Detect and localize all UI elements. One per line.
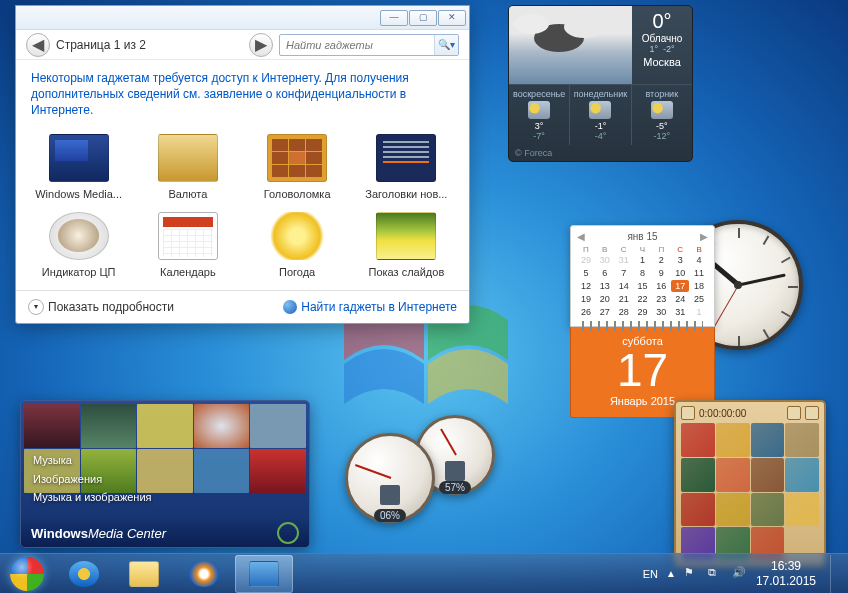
puzzle-tile[interactable]: [751, 493, 785, 527]
calendar-day[interactable]: 18: [690, 280, 708, 292]
cpu-meter-gadget[interactable]: 57% 06%: [345, 415, 515, 530]
search-input[interactable]: [280, 39, 434, 51]
search-button[interactable]: 🔍▾: [434, 35, 458, 55]
calendar-day[interactable]: 21: [615, 293, 633, 305]
calendar-day[interactable]: 22: [634, 293, 652, 305]
taskbar-ie-button[interactable]: [55, 555, 113, 593]
show-details-toggle[interactable]: ▾Показать подробности: [28, 299, 174, 315]
start-button[interactable]: [0, 554, 54, 594]
gadget-cpu[interactable]: Индикатор ЦП: [26, 208, 131, 282]
puzzle-tile[interactable]: [751, 423, 785, 457]
action-center-icon[interactable]: ⚑: [684, 566, 700, 582]
calendar-day[interactable]: 31: [671, 306, 689, 318]
gadget-slideshow[interactable]: Показ слайдов: [354, 208, 459, 282]
gadget-weather[interactable]: Погода: [245, 208, 350, 282]
gadget-news[interactable]: Заголовки нов...: [354, 130, 459, 204]
media-menu-item[interactable]: Изображения: [33, 470, 152, 489]
calendar-day[interactable]: 16: [652, 280, 670, 292]
calendar-day[interactable]: 2: [652, 254, 670, 266]
gadget-calendar[interactable]: Календарь: [135, 208, 240, 282]
forecast-row: воскресенье3°-7° понедельник-1°-4° вторн…: [509, 84, 692, 145]
nav-forward-button[interactable]: ▶: [249, 33, 273, 57]
puzzle-reset-button[interactable]: [787, 406, 801, 420]
calendar-day[interactable]: 9: [652, 267, 670, 279]
calendar-day[interactable]: 5: [577, 267, 595, 279]
calendar-day[interactable]: 24: [671, 293, 689, 305]
media-menu: Музыка Изображения Музыка и изображения: [33, 451, 152, 507]
gadget-puzzle[interactable]: Головоломка: [245, 130, 350, 204]
gadget-currency[interactable]: Валюта: [135, 130, 240, 204]
puzzle-tile[interactable]: [785, 493, 819, 527]
language-indicator[interactable]: EN: [643, 568, 658, 580]
taskbar-explorer-button[interactable]: [115, 555, 173, 593]
calendar-day[interactable]: 3: [671, 254, 689, 266]
show-desktop-button[interactable]: [830, 555, 840, 593]
calendar-day[interactable]: 19: [577, 293, 595, 305]
puzzle-tile[interactable]: [716, 423, 750, 457]
clock-tray[interactable]: 16:3917.01.2015: [756, 559, 816, 588]
calendar-day[interactable]: 14: [615, 280, 633, 292]
puzzle-hint-button[interactable]: [805, 406, 819, 420]
calendar-day[interactable]: 25: [690, 293, 708, 305]
calendar-day[interactable]: 11: [690, 267, 708, 279]
puzzle-tile[interactable]: [716, 458, 750, 492]
puzzle-gadget[interactable]: 0:00:00:00: [674, 400, 826, 568]
cal-next-button[interactable]: ▶: [700, 231, 708, 242]
calendar-day[interactable]: 30: [652, 306, 670, 318]
close-button[interactable]: ✕: [438, 10, 466, 26]
calendar-day[interactable]: 13: [596, 280, 614, 292]
minimize-button[interactable]: —: [380, 10, 408, 26]
calendar-day[interactable]: 15: [634, 280, 652, 292]
calendar-day[interactable]: 23: [652, 293, 670, 305]
puzzle-tile[interactable]: [716, 493, 750, 527]
gadget-windows-media[interactable]: Windows Media...: [26, 130, 131, 204]
calendar-day[interactable]: 27: [596, 306, 614, 318]
calendar-day[interactable]: 31: [615, 254, 633, 266]
puzzle-tile[interactable]: [681, 458, 715, 492]
puzzle-tile[interactable]: [785, 458, 819, 492]
media-menu-item[interactable]: Музыка и изображения: [33, 488, 152, 507]
page-indicator: Страница 1 из 2: [56, 38, 243, 52]
calendar-day[interactable]: 30: [596, 254, 614, 266]
calendar-day[interactable]: 29: [577, 254, 595, 266]
puzzle-tile[interactable]: [785, 423, 819, 457]
gadget-grid: Windows Media... Валюта Головоломка Заго…: [16, 125, 469, 290]
find-gadgets-online-link[interactable]: Найти гаджеты в Интернете: [283, 300, 457, 314]
puzzle-tile[interactable]: [681, 493, 715, 527]
calendar-day[interactable]: 12: [577, 280, 595, 292]
volume-icon[interactable]: 🔊: [732, 566, 748, 582]
nav-back-button[interactable]: ◀: [26, 33, 50, 57]
calendar-day[interactable]: 28: [615, 306, 633, 318]
network-icon[interactable]: ⧉: [708, 566, 724, 582]
calendar-day[interactable]: 6: [596, 267, 614, 279]
calendar-day[interactable]: 1: [690, 306, 708, 318]
taskbar-wmp-button[interactable]: [175, 555, 233, 593]
binder-rings-icon: [582, 321, 703, 331]
maximize-button[interactable]: ▢: [409, 10, 437, 26]
puzzle-pause-button[interactable]: [681, 406, 695, 420]
window-titlebar: — ▢ ✕: [16, 6, 469, 30]
calendar-day[interactable]: 17: [671, 280, 689, 292]
news-icon: [376, 134, 436, 182]
calendar-gadget[interactable]: ◀янв 15▶ ПВСЧПСВ 29303112345678910111213…: [570, 225, 715, 418]
puzzle-tile[interactable]: [681, 423, 715, 457]
weather-gadget[interactable]: 0° Облачно 1° -2° Москва воскресенье3°-7…: [508, 5, 693, 162]
taskbar-gadgets-button[interactable]: [235, 555, 293, 593]
puzzle-board[interactable]: [681, 423, 819, 561]
media-center-gadget[interactable]: Музыка Изображения Музыка и изображения …: [20, 400, 310, 548]
calendar-day[interactable]: 10: [671, 267, 689, 279]
calendar-day[interactable]: 7: [615, 267, 633, 279]
taskbar: EN ▲ ⚑ ⧉ 🔊 16:3917.01.2015: [0, 553, 848, 593]
calendar-day[interactable]: 26: [577, 306, 595, 318]
show-hidden-icons-button[interactable]: ▲: [666, 568, 676, 579]
search-field: 🔍▾: [279, 34, 459, 56]
puzzle-tile[interactable]: [751, 458, 785, 492]
calendar-day[interactable]: 20: [596, 293, 614, 305]
calendar-day[interactable]: 29: [634, 306, 652, 318]
cal-prev-button[interactable]: ◀: [577, 231, 585, 242]
calendar-day[interactable]: 4: [690, 254, 708, 266]
media-menu-item[interactable]: Музыка: [33, 451, 152, 470]
calendar-day[interactable]: 8: [634, 267, 652, 279]
calendar-day[interactable]: 1: [634, 254, 652, 266]
weather-icon: [267, 212, 327, 260]
